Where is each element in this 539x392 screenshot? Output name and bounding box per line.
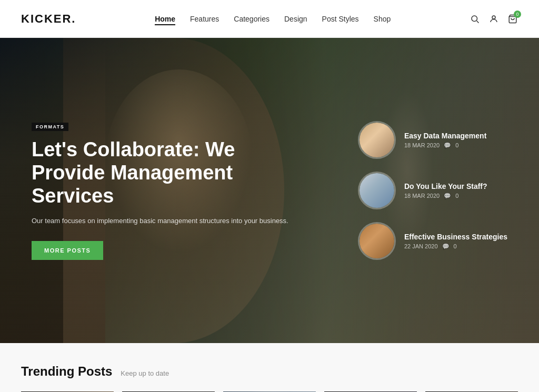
sidebar-post-1[interactable]: Easy Data Management 18 MAR 2020 💬 0: [358, 121, 507, 159]
sidebar-post-3-image: [358, 222, 396, 260]
site-header: KICKER. Home Features Categories Design …: [0, 0, 539, 38]
svg-line-1: [477, 21, 479, 23]
hero-content: FORMATS Let's Collaborate: We Provide Ma…: [0, 121, 288, 260]
site-logo: KICKER.: [21, 12, 76, 26]
sidebar-post-2-image: [358, 172, 396, 209]
comment-icon-1: 💬: [444, 142, 451, 149]
header-icons: 0: [470, 14, 518, 24]
sidebar-post-2[interactable]: Do You Like Your Staff? 18 MAR 2020 💬 0: [358, 172, 507, 209]
sidebar-post-1-title: Easy Data Management: [404, 132, 486, 140]
cart-icon[interactable]: 0: [507, 14, 518, 24]
trending-section: Trending Posts Keep up to date: [0, 343, 539, 392]
cart-count: 0: [514, 11, 521, 18]
trending-title: Trending Posts: [21, 364, 112, 379]
user-icon[interactable]: [488, 14, 499, 24]
hero-sidebar-posts: Easy Data Management 18 MAR 2020 💬 0 Do …: [358, 121, 507, 260]
sidebar-post-3-meta: 22 JAN 2020 💬 0: [404, 243, 507, 250]
nav-item-design[interactable]: Design: [284, 14, 307, 24]
nav-item-post-styles[interactable]: Post Styles: [322, 14, 359, 24]
sidebar-post-2-meta: 18 MAR 2020 💬 0: [404, 193, 487, 199]
trending-header: Trending Posts Keep up to date: [21, 364, 518, 379]
sidebar-post-1-image: [358, 121, 396, 159]
nav-item-shop[interactable]: Shop: [374, 14, 391, 24]
nav-item-home[interactable]: Home: [155, 14, 175, 24]
nav-item-features[interactable]: Features: [190, 14, 219, 24]
sidebar-post-3[interactable]: Effective Business Strategies 22 JAN 202…: [358, 222, 507, 260]
sidebar-post-1-meta: 18 MAR 2020 💬 0: [404, 142, 486, 149]
search-icon[interactable]: [470, 14, 480, 24]
svg-point-2: [492, 16, 495, 19]
svg-point-0: [472, 16, 477, 22]
sidebar-post-2-title: Do You Like Your Staff?: [404, 182, 487, 190]
hero-title: Let's Collaborate: We Provide Management…: [32, 138, 284, 207]
trending-subtitle: Keep up to date: [121, 369, 169, 377]
nav-item-categories[interactable]: Categories: [234, 14, 270, 24]
comment-icon-2: 💬: [444, 193, 451, 199]
comment-icon-3: 💬: [442, 243, 450, 250]
sidebar-post-3-title: Effective Business Strategies: [404, 233, 507, 241]
more-posts-button[interactable]: MORE POSTS: [32, 241, 103, 260]
hero-section: FORMATS Let's Collaborate: We Provide Ma…: [0, 38, 539, 343]
hero-subtitle: Our team focuses on implementing basic m…: [32, 216, 288, 226]
main-nav: Home Features Categories Design Post Sty…: [155, 14, 391, 24]
formats-badge: FORMATS: [32, 123, 68, 131]
